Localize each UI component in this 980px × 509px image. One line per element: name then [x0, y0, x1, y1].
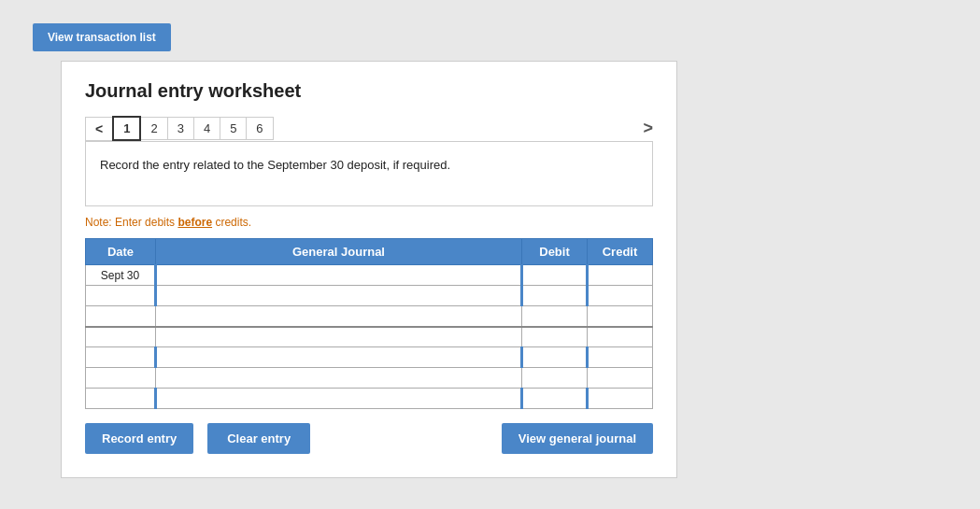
general-input-4[interactable]	[156, 328, 521, 347]
general-input-1[interactable]	[157, 265, 520, 285]
credit-cell-1[interactable]	[588, 265, 653, 286]
general-cell-6[interactable]	[156, 368, 522, 389]
debit-input-1[interactable]	[523, 265, 586, 285]
credit-input-2[interactable]	[589, 286, 652, 305]
general-cell-7[interactable]	[156, 389, 522, 409]
credit-cell-5[interactable]	[588, 347, 653, 368]
debit-cell-2[interactable]	[522, 286, 588, 306]
table-row	[86, 389, 653, 409]
col-header-debit: Debit	[522, 239, 588, 265]
pagination-numbers: < 1 2 3 4 5 6	[85, 116, 274, 141]
credit-input-1[interactable]	[589, 265, 652, 285]
debit-input-6[interactable]	[522, 368, 587, 388]
record-entry-button[interactable]: Record entry	[85, 423, 193, 454]
general-input-7[interactable]	[157, 389, 520, 408]
pagination-page-4[interactable]: 4	[193, 117, 220, 140]
credit-cell-6[interactable]	[588, 368, 653, 389]
view-transaction-button[interactable]: View transaction list	[33, 23, 171, 51]
pagination-page-3[interactable]: 3	[167, 117, 194, 140]
debit-input-4[interactable]	[522, 328, 587, 347]
debit-input-2[interactable]	[523, 286, 586, 305]
debit-cell-6[interactable]	[522, 368, 588, 389]
table-row	[86, 286, 653, 306]
instruction-box: Record the entry related to the Septembe…	[85, 141, 653, 206]
credit-input-5[interactable]	[589, 347, 652, 367]
credit-cell-7[interactable]	[588, 389, 653, 409]
general-input-5[interactable]	[157, 347, 520, 367]
debit-cell-4[interactable]	[522, 327, 588, 347]
credit-input-4[interactable]	[588, 328, 652, 347]
pagination-row: < 1 2 3 4 5 6 >	[85, 116, 653, 141]
pagination-page-2[interactable]: 2	[140, 117, 167, 140]
general-cell-3[interactable]	[156, 306, 522, 327]
pagination-page-5[interactable]: 5	[220, 117, 247, 140]
buttons-row: Record entry Clear entry View general jo…	[85, 423, 653, 454]
worksheet-title: Journal entry worksheet	[85, 80, 653, 102]
general-input-2[interactable]	[157, 286, 520, 305]
note-text: Note: Enter debits before credits.	[85, 216, 653, 229]
view-general-journal-button[interactable]: View general journal	[502, 423, 653, 454]
date-cell-4	[86, 327, 156, 347]
credit-input-3[interactable]	[588, 306, 652, 326]
pagination-prev[interactable]: <	[85, 117, 113, 141]
date-cell-1: Sept 30	[86, 265, 156, 286]
debit-input-3[interactable]	[522, 306, 587, 326]
col-header-credit: Credit	[588, 239, 653, 265]
pagination-next[interactable]: >	[643, 119, 653, 138]
col-header-date: Date	[86, 239, 156, 265]
debit-cell-7[interactable]	[522, 389, 588, 409]
table-row: Sept 30	[86, 265, 653, 286]
table-row	[86, 306, 653, 327]
general-cell-5[interactable]	[156, 347, 522, 368]
credit-input-6[interactable]	[588, 368, 652, 388]
general-input-3[interactable]	[156, 306, 521, 326]
page-container: View transaction list Journal entry work…	[14, 14, 966, 488]
col-header-general: General Journal	[156, 239, 522, 265]
general-input-6[interactable]	[156, 368, 521, 388]
table-row	[86, 347, 653, 368]
date-cell-6	[86, 368, 156, 389]
debit-cell-3[interactable]	[522, 306, 588, 327]
general-cell-4[interactable]	[156, 327, 522, 347]
table-row	[86, 327, 653, 347]
credit-cell-4[interactable]	[588, 327, 653, 347]
credit-cell-3[interactable]	[588, 306, 653, 327]
date-cell-5	[86, 347, 156, 368]
table-row	[86, 368, 653, 389]
date-cell-2	[86, 286, 156, 306]
instruction-text: Record the entry related to the Septembe…	[100, 158, 450, 172]
pagination-page-1[interactable]: 1	[112, 116, 141, 141]
note-bold: before	[178, 216, 212, 229]
credit-input-7[interactable]	[589, 389, 652, 408]
credit-cell-2[interactable]	[588, 286, 653, 306]
general-cell-2[interactable]	[156, 286, 522, 306]
debit-cell-1[interactable]	[522, 265, 588, 286]
date-cell-3	[86, 306, 156, 327]
debit-cell-5[interactable]	[522, 347, 588, 368]
pagination-page-6[interactable]: 6	[246, 117, 273, 140]
debit-input-5[interactable]	[523, 347, 586, 367]
general-cell-1[interactable]	[156, 265, 522, 286]
journal-table: Date General Journal Debit Credit Sept 3…	[85, 238, 653, 409]
date-cell-7	[86, 389, 156, 409]
worksheet-panel: Journal entry worksheet < 1 2 3 4 5 6 > …	[61, 61, 677, 478]
clear-entry-button[interactable]: Clear entry	[207, 423, 310, 454]
debit-input-7[interactable]	[523, 389, 586, 408]
